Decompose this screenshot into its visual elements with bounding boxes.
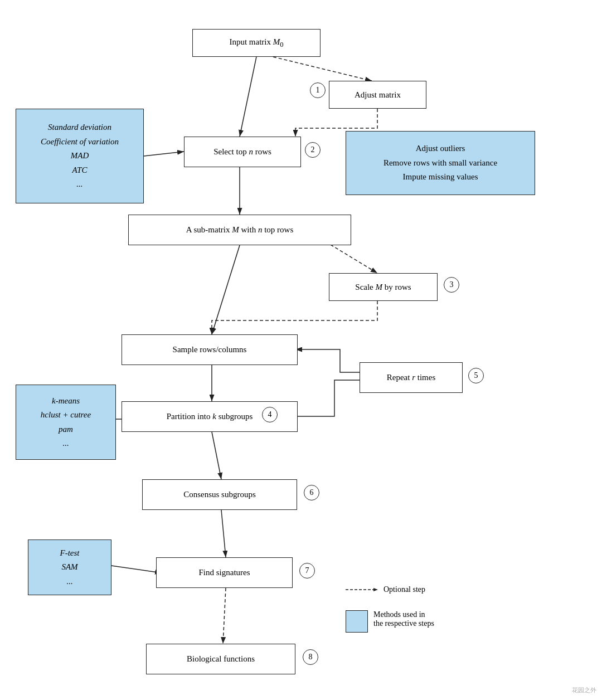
- repeat-times-box: Repeat r times: [360, 362, 463, 393]
- svg-line-7: [212, 245, 240, 334]
- svg-line-3: [240, 57, 256, 137]
- diagram-container: Input matrix M0 Adjust matrix 1 Standard…: [0, 0, 602, 700]
- svg-marker-15: [373, 588, 378, 591]
- circle-6: 6: [304, 485, 319, 500]
- svg-line-10: [212, 432, 221, 479]
- select-top-rows-box: Select top n rows: [184, 137, 301, 167]
- circle-5: 5: [468, 368, 484, 383]
- legend-methods-label: Methods used inthe respective steps: [373, 610, 434, 628]
- svg-line-11: [221, 510, 226, 557]
- svg-line-4: [144, 152, 184, 156]
- methods1-box: Standard deviation Coefficient of variat…: [16, 109, 144, 203]
- circle-4: 4: [262, 407, 278, 422]
- circle-2: 2: [305, 142, 321, 158]
- input-matrix-box: Input matrix M0: [192, 29, 321, 57]
- methods2-box: k-means hclust + cutree pam ...: [16, 385, 116, 460]
- watermark: 花园之外: [572, 686, 596, 694]
- legend-optional-label: Optional step: [383, 585, 425, 594]
- svg-line-2: [273, 57, 372, 81]
- circle-3: 3: [444, 277, 459, 293]
- svg-line-13: [223, 588, 226, 644]
- scale-box: Scale M by rows: [329, 273, 438, 301]
- circle-7: 7: [299, 563, 315, 579]
- legend-methods: Methods used inthe respective steps: [346, 610, 434, 633]
- consensus-box: Consensus subgroups: [142, 479, 297, 510]
- find-signatures-label: Find signatures: [198, 568, 250, 577]
- adjust-matrix-box: Adjust matrix: [329, 81, 426, 109]
- select-top-rows-label: Select top n rows: [213, 147, 271, 157]
- consensus-label: Consensus subgroups: [183, 490, 256, 499]
- sample-rows-label: Sample rows/columns: [173, 345, 247, 354]
- adjust-matrix-label: Adjust matrix: [355, 90, 401, 100]
- methods3-box: F-test SAM ...: [28, 539, 111, 595]
- submatrix-box: A sub-matrix M with n top rows: [128, 215, 351, 245]
- svg-line-12: [111, 566, 162, 573]
- submatrix-label: A sub-matrix M with n top rows: [186, 225, 294, 235]
- partition-label: Partition into k subgroups: [167, 412, 253, 421]
- adjust-options-box: Adjust outliers Remove rows with small v…: [346, 131, 535, 195]
- sample-rows-box: Sample rows/columns: [122, 334, 298, 365]
- circle-8: 8: [303, 649, 318, 665]
- input-matrix-label: Input matrix M0: [229, 37, 283, 49]
- circle-1: 1: [310, 82, 326, 98]
- repeat-times-label: Repeat r times: [387, 373, 436, 382]
- bio-functions-box: Biological functions: [146, 644, 295, 674]
- find-signatures-box: Find signatures: [156, 557, 293, 588]
- legend-optional: Optional step: [346, 585, 425, 594]
- scale-label: Scale M by rows: [355, 283, 411, 292]
- bio-functions-label: Biological functions: [187, 654, 255, 664]
